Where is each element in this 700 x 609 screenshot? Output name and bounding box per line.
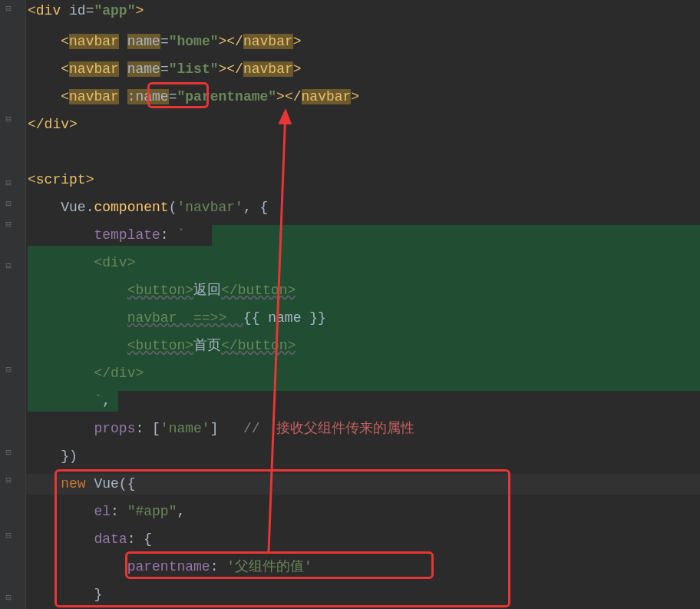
code-line[interactable]: new Vue({ — [28, 474, 135, 495]
fold-marker-icon[interactable]: ⊟ — [3, 114, 14, 125]
fold-marker-icon[interactable]: ⊟ — [3, 448, 14, 458]
fold-marker-icon[interactable]: ⊟ — [3, 593, 14, 604]
fold-marker-icon[interactable]: ⊟ — [3, 365, 14, 376]
editor-gutter: ⊟ ⊟ ⊟ ⊟ ⊟ ⊟ ⊟ ⊟ ⊟ ⊟ ⊟ — [0, 0, 26, 609]
code-line[interactable]: <script> — [28, 170, 94, 190]
code-line[interactable]: </div> — [28, 114, 78, 135]
code-line[interactable]: <navbar name="home"></navbar> — [28, 31, 302, 52]
code-line[interactable]: parentname: '父组件的值' — [28, 557, 312, 578]
fold-marker-icon[interactable]: ⊟ — [3, 220, 14, 230]
fold-marker-icon[interactable]: ⊟ — [3, 261, 14, 272]
code-line[interactable]: <div id="app"> — [28, 1, 144, 22]
fold-marker-icon[interactable]: ⊟ — [3, 178, 14, 189]
code-line[interactable]: } — [28, 584, 102, 605]
code-line[interactable]: <button>首页</button> — [28, 336, 296, 356]
code-line[interactable]: navbar ==>> {{ name }} — [28, 308, 326, 329]
code-line[interactable]: <navbar name="list"></navbar> — [28, 59, 302, 80]
fold-marker-icon[interactable]: ⊟ — [3, 199, 14, 210]
code-line[interactable]: template: ` — [28, 225, 185, 246]
code-line[interactable]: }) — [28, 446, 78, 467]
code-line[interactable]: `, — [28, 391, 111, 412]
code-line[interactable]: data: { — [28, 529, 152, 550]
fold-marker-icon[interactable]: ⊟ — [3, 4, 14, 15]
code-line[interactable]: <button>返回</button> — [28, 280, 296, 301]
fold-marker-icon[interactable]: ⊟ — [3, 531, 14, 541]
fold-marker-icon[interactable]: ⊟ — [3, 475, 14, 486]
code-editor[interactable]: <div id="app"> <navbar name="home"></nav… — [26, 0, 700, 609]
code-line[interactable]: el: "#app", — [28, 501, 185, 522]
code-line[interactable]: </div> — [28, 363, 144, 384]
code-line[interactable]: <div> — [28, 253, 135, 273]
code-line[interactable]: props: ['name'] // 接收父组件传来的属性 — [28, 419, 414, 439]
code-line[interactable]: Vue.component('navbar', { — [28, 197, 268, 218]
code-line[interactable]: <navbar :name="parentname"></navbar> — [28, 87, 359, 108]
